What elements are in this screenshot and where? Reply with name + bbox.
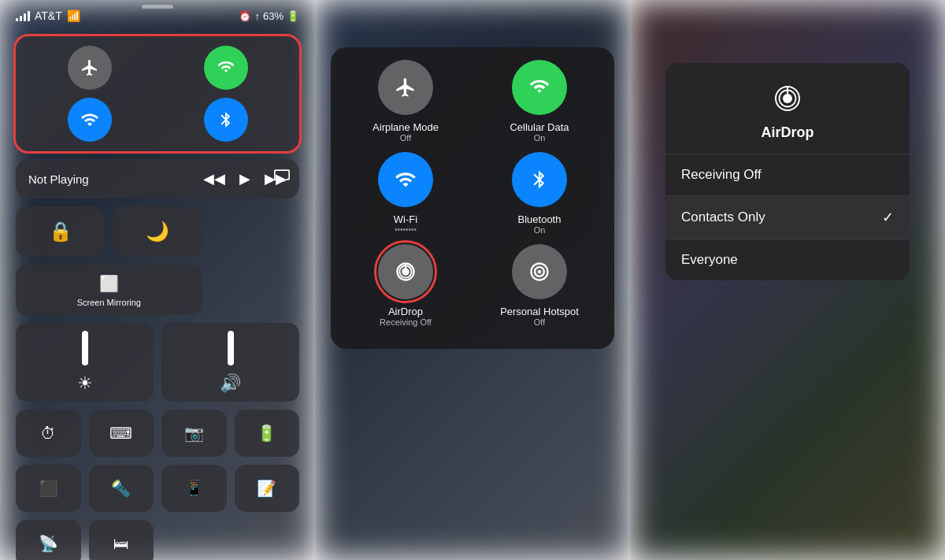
wifi-button[interactable] <box>378 152 433 207</box>
expanded-control-center: Airplane Mode Off Cellular Data On <box>331 47 614 349</box>
nav-arrow: ↑ <box>254 10 260 22</box>
screen-mirroring-tile[interactable]: ⬜ Screen Mirroring <box>16 265 202 315</box>
right-panel: AirDrop Receiving Off Contacts Only ✓ Ev… <box>630 0 945 560</box>
bluetooth-button[interactable] <box>512 152 567 207</box>
play-button[interactable]: ▶ <box>239 170 250 187</box>
last-row: ⬛ 🔦 📱 📝 <box>16 465 299 512</box>
battery-percent: 63% <box>263 10 284 22</box>
airplane-toggle[interactable] <box>68 46 112 90</box>
screen-mirroring-icon: ⬜ <box>99 274 119 293</box>
utility-row: ⏱ ⌨ 📷 🔋 <box>16 410 299 457</box>
cellular-toggle[interactable] <box>204 46 248 90</box>
battery-icon: 🔋 <box>287 10 299 22</box>
calculator-tile[interactable]: ⌨ <box>89 410 154 457</box>
bluetooth-label: Bluetooth On <box>518 213 561 235</box>
sliders-row: ☀ 🔊 <box>16 323 299 402</box>
rewind-button[interactable]: ◀◀ <box>203 170 225 187</box>
rotation-lock-icon: 🔒 <box>49 221 72 243</box>
final-row: 📡 🛏 <box>16 520 299 560</box>
alarm-icon: ⏰ <box>239 10 251 22</box>
flashlight-tile[interactable]: 🔦 <box>89 465 154 512</box>
contacts-only-label: Contacts Only <box>681 210 765 225</box>
personal-hotspot-item: Personal Hotspot Off <box>477 244 602 327</box>
drag-handle[interactable] <box>142 5 173 9</box>
brightness-slider[interactable]: ☀ <box>16 323 154 402</box>
everyone-label: Everyone <box>681 252 738 268</box>
second-tiles-row: 🔒 🌙 ⬜ Screen Mirroring <box>16 206 299 315</box>
airplane-mode-item: Airplane Mode Off <box>343 60 468 143</box>
personal-hotspot-label: Personal Hotspot Off <box>500 306 579 327</box>
bluetooth-toggle[interactable] <box>204 98 248 142</box>
airplane-mode-label: Airplane Mode Off <box>372 121 439 143</box>
battery-widget-tile[interactable]: 🔋 <box>235 410 300 457</box>
rotation-lock-tile[interactable]: 🔒 <box>16 206 105 257</box>
status-right: ⏰ ↑ 63% 🔋 <box>239 10 299 22</box>
status-left: AT&T 📶 <box>16 9 80 22</box>
music-block: Not Playing ◀◀ ▶ ▶▶ <box>16 159 299 198</box>
airdrop-option-receiving-off[interactable]: Receiving Off <box>665 154 910 196</box>
airdrop-item: AirDrop Receiving Off <box>343 244 468 327</box>
qr-tile[interactable]: ⬛ <box>16 465 81 512</box>
nfc-tile[interactable]: 📡 <box>16 520 81 560</box>
svg-point-4 <box>783 94 792 103</box>
do-not-disturb-icon: 🌙 <box>146 221 169 243</box>
control-center-container: Not Playing ◀◀ ▶ ▶▶ 🔒 <box>0 28 315 560</box>
cellular-data-button[interactable] <box>512 60 567 115</box>
volume-slider[interactable]: 🔊 <box>161 323 299 402</box>
bluetooth-item: Bluetooth On <box>477 152 602 235</box>
music-block-wrapper: Not Playing ◀◀ ▶ ▶▶ <box>16 159 299 198</box>
carrier-label: AT&T <box>35 9 62 22</box>
volume-icon: 🔊 <box>220 373 241 394</box>
screen-mirroring-label: Screen Mirroring <box>77 298 141 307</box>
airdrop-menu-icon <box>768 79 807 118</box>
now-playing-label: Not Playing <box>28 172 89 186</box>
wifi-status-icon: 📶 <box>67 9 80 22</box>
wifi-toggle[interactable] <box>68 98 112 142</box>
remote-tile[interactable]: 📱 <box>161 465 227 512</box>
brightness-icon: ☀ <box>77 373 93 394</box>
notes-tile[interactable]: 📝 <box>235 465 300 512</box>
wifi-label: Wi-Fi •••••••• <box>394 213 417 234</box>
contacts-only-checkmark: ✓ <box>882 209 894 226</box>
signal-bars <box>16 11 30 21</box>
left-panel: AT&T 📶 ⏰ ↑ 63% 🔋 <box>0 0 315 560</box>
airdrop-option-everyone[interactable]: Everyone <box>665 239 910 280</box>
connectivity-block <box>16 36 299 151</box>
airdrop-menu: AirDrop Receiving Off Contacts Only ✓ Ev… <box>665 63 910 280</box>
do-not-disturb-tile[interactable]: 🌙 <box>113 206 202 257</box>
airdrop-option-contacts-only[interactable]: Contacts Only ✓ <box>665 196 910 239</box>
wifi-item: Wi-Fi •••••••• <box>343 152 468 235</box>
airplane-mode-button[interactable] <box>378 60 433 115</box>
timer-tile[interactable]: ⏱ <box>16 410 81 457</box>
middle-panel: Airplane Mode Off Cellular Data On <box>315 0 630 560</box>
camera-tile[interactable]: 📷 <box>161 410 227 457</box>
now-playing-title: Not Playing <box>28 172 89 186</box>
airdrop-menu-header: AirDrop <box>665 63 910 154</box>
airdrop-menu-title: AirDrop <box>762 124 814 141</box>
connectivity-grid: Airplane Mode Off Cellular Data On <box>343 60 602 327</box>
bed-tile[interactable]: 🛏 <box>89 520 154 560</box>
personal-hotspot-button[interactable] <box>512 244 567 299</box>
receiving-off-label: Receiving Off <box>681 167 762 183</box>
cellular-data-item: Cellular Data On <box>477 60 602 143</box>
airdrop-label: AirDrop Receiving Off <box>380 306 432 327</box>
airdrop-button[interactable] <box>378 244 433 299</box>
cellular-data-label: Cellular Data On <box>510 121 569 143</box>
airplay-button[interactable] <box>274 167 290 187</box>
